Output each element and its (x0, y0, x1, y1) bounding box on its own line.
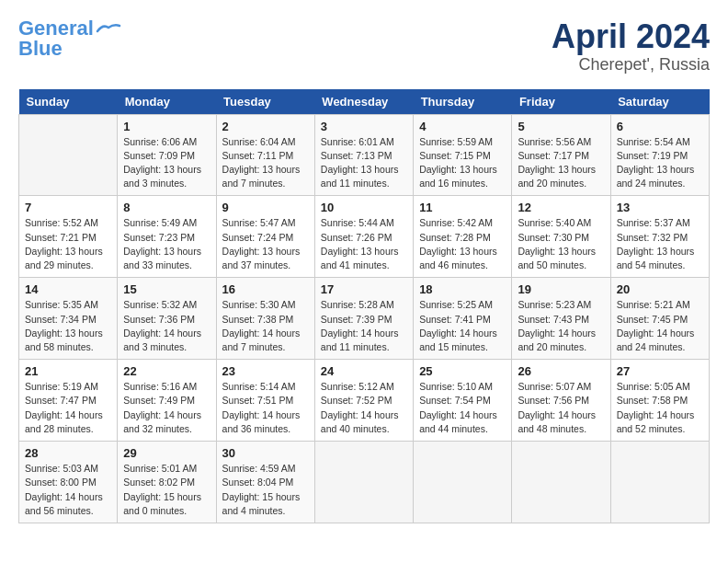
day-cell: 12Sunrise: 5:40 AM Sunset: 7:30 PM Dayli… (512, 196, 610, 278)
day-number: 23 (222, 364, 309, 378)
col-header-monday: Monday (118, 89, 216, 115)
day-number: 17 (321, 282, 407, 296)
day-number: 1 (123, 120, 210, 133)
day-number: 25 (419, 364, 506, 378)
day-cell: 22Sunrise: 5:16 AM Sunset: 7:49 PM Dayli… (118, 360, 216, 442)
day-number: 28 (25, 446, 111, 460)
day-number: 2 (222, 120, 309, 133)
week-row-3: 14Sunrise: 5:35 AM Sunset: 7:34 PM Dayli… (19, 278, 710, 360)
day-cell: 18Sunrise: 5:25 AM Sunset: 7:41 PM Dayli… (414, 278, 512, 360)
day-cell: 3Sunrise: 6:01 AM Sunset: 7:13 PM Daylig… (314, 114, 413, 196)
logo-line2: Blue (18, 37, 63, 60)
day-cell: 25Sunrise: 5:10 AM Sunset: 7:54 PM Dayli… (414, 360, 512, 442)
day-cell: 24Sunrise: 5:12 AM Sunset: 7:52 PM Dayli… (314, 360, 413, 442)
day-info: Sunrise: 4:59 AM Sunset: 8:04 PM Dayligh… (222, 462, 309, 518)
day-number: 12 (518, 201, 604, 214)
day-cell: 11Sunrise: 5:42 AM Sunset: 7:28 PM Dayli… (414, 196, 512, 278)
day-info: Sunrise: 5:47 AM Sunset: 7:24 PM Dayligh… (222, 216, 309, 272)
day-info: Sunrise: 5:49 AM Sunset: 7:23 PM Dayligh… (123, 216, 210, 272)
day-info: Sunrise: 5:40 AM Sunset: 7:30 PM Dayligh… (518, 216, 604, 272)
col-header-saturday: Saturday (610, 89, 709, 115)
day-info: Sunrise: 5:25 AM Sunset: 7:41 PM Dayligh… (419, 298, 506, 354)
day-cell: 13Sunrise: 5:37 AM Sunset: 7:32 PM Dayli… (610, 196, 709, 278)
col-header-tuesday: Tuesday (216, 89, 314, 115)
week-row-5: 28Sunrise: 5:03 AM Sunset: 8:00 PM Dayli… (19, 442, 710, 523)
col-header-wednesday: Wednesday (314, 89, 413, 115)
logo: General Blue (18, 18, 121, 59)
day-cell: 5Sunrise: 5:56 AM Sunset: 7:17 PM Daylig… (512, 114, 610, 196)
month-title: April 2024 (552, 18, 710, 55)
day-number: 8 (123, 201, 210, 214)
day-number: 3 (321, 120, 407, 133)
day-number: 10 (321, 201, 407, 214)
calendar-table: SundayMondayTuesdayWednesdayThursdayFrid… (18, 89, 710, 523)
day-number: 15 (123, 282, 210, 296)
day-number: 27 (617, 364, 703, 378)
day-info: Sunrise: 5:14 AM Sunset: 7:51 PM Dayligh… (222, 380, 309, 436)
week-row-4: 21Sunrise: 5:19 AM Sunset: 7:47 PM Dayli… (19, 360, 710, 442)
day-info: Sunrise: 5:12 AM Sunset: 7:52 PM Dayligh… (321, 380, 407, 436)
day-info: Sunrise: 5:59 AM Sunset: 7:15 PM Dayligh… (419, 135, 506, 191)
day-info: Sunrise: 5:23 AM Sunset: 7:43 PM Dayligh… (518, 298, 604, 354)
day-cell: 8Sunrise: 5:49 AM Sunset: 7:23 PM Daylig… (118, 196, 216, 278)
day-info: Sunrise: 5:56 AM Sunset: 7:17 PM Dayligh… (518, 135, 604, 191)
day-number: 5 (518, 120, 604, 133)
day-number: 11 (419, 201, 506, 214)
day-cell: 27Sunrise: 5:05 AM Sunset: 7:58 PM Dayli… (610, 360, 709, 442)
day-cell: 19Sunrise: 5:23 AM Sunset: 7:43 PM Dayli… (512, 278, 610, 360)
day-number: 30 (222, 446, 309, 460)
page-header: General Blue April 2024 Cherepet', Russi… (18, 18, 710, 75)
day-info: Sunrise: 5:16 AM Sunset: 7:49 PM Dayligh… (123, 380, 210, 436)
day-info: Sunrise: 6:04 AM Sunset: 7:11 PM Dayligh… (222, 135, 309, 191)
day-number: 22 (123, 364, 210, 378)
day-number: 26 (518, 364, 604, 378)
day-cell (414, 442, 512, 523)
day-cell (512, 442, 610, 523)
day-info: Sunrise: 5:01 AM Sunset: 8:02 PM Dayligh… (123, 462, 210, 518)
day-cell: 15Sunrise: 5:32 AM Sunset: 7:36 PM Dayli… (118, 278, 216, 360)
day-cell: 9Sunrise: 5:47 AM Sunset: 7:24 PM Daylig… (216, 196, 314, 278)
day-info: Sunrise: 5:21 AM Sunset: 7:45 PM Dayligh… (617, 298, 703, 354)
col-header-thursday: Thursday (414, 89, 512, 115)
day-number: 13 (617, 201, 703, 214)
day-number: 14 (25, 282, 111, 296)
day-cell: 14Sunrise: 5:35 AM Sunset: 7:34 PM Dayli… (19, 278, 118, 360)
logo-text: General Blue (18, 18, 94, 59)
day-cell: 20Sunrise: 5:21 AM Sunset: 7:45 PM Dayli… (610, 278, 709, 360)
day-number: 18 (419, 282, 506, 296)
day-info: Sunrise: 5:07 AM Sunset: 7:56 PM Dayligh… (518, 380, 604, 436)
week-row-1: 1Sunrise: 6:06 AM Sunset: 7:09 PM Daylig… (19, 114, 710, 196)
logo-bird-icon (96, 22, 121, 39)
day-info: Sunrise: 5:32 AM Sunset: 7:36 PM Dayligh… (123, 298, 210, 354)
day-cell (19, 114, 118, 196)
col-header-sunday: Sunday (19, 89, 118, 115)
day-info: Sunrise: 5:19 AM Sunset: 7:47 PM Dayligh… (25, 380, 111, 436)
day-info: Sunrise: 5:37 AM Sunset: 7:32 PM Dayligh… (617, 216, 703, 272)
col-header-friday: Friday (512, 89, 610, 115)
day-cell: 16Sunrise: 5:30 AM Sunset: 7:38 PM Dayli… (216, 278, 314, 360)
day-info: Sunrise: 5:35 AM Sunset: 7:34 PM Dayligh… (25, 298, 111, 354)
title-section: April 2024 Cherepet', Russia (552, 18, 710, 75)
day-cell (314, 442, 413, 523)
day-info: Sunrise: 6:01 AM Sunset: 7:13 PM Dayligh… (321, 135, 407, 191)
day-cell: 23Sunrise: 5:14 AM Sunset: 7:51 PM Dayli… (216, 360, 314, 442)
day-cell: 10Sunrise: 5:44 AM Sunset: 7:26 PM Dayli… (314, 196, 413, 278)
day-cell: 1Sunrise: 6:06 AM Sunset: 7:09 PM Daylig… (118, 114, 216, 196)
day-cell: 4Sunrise: 5:59 AM Sunset: 7:15 PM Daylig… (414, 114, 512, 196)
day-number: 7 (25, 201, 111, 214)
day-cell: 26Sunrise: 5:07 AM Sunset: 7:56 PM Dayli… (512, 360, 610, 442)
day-number: 9 (222, 201, 309, 214)
day-cell: 21Sunrise: 5:19 AM Sunset: 7:47 PM Dayli… (19, 360, 118, 442)
day-info: Sunrise: 5:44 AM Sunset: 7:26 PM Dayligh… (321, 216, 407, 272)
day-number: 21 (25, 364, 111, 378)
day-info: Sunrise: 6:06 AM Sunset: 7:09 PM Dayligh… (123, 135, 210, 191)
day-info: Sunrise: 5:52 AM Sunset: 7:21 PM Dayligh… (25, 216, 111, 272)
day-number: 29 (123, 446, 210, 460)
week-row-2: 7Sunrise: 5:52 AM Sunset: 7:21 PM Daylig… (19, 196, 710, 278)
day-number: 24 (321, 364, 407, 378)
day-number: 20 (617, 282, 703, 296)
day-cell: 6Sunrise: 5:54 AM Sunset: 7:19 PM Daylig… (610, 114, 709, 196)
location: Cherepet', Russia (552, 55, 710, 75)
day-number: 19 (518, 282, 604, 296)
day-info: Sunrise: 5:03 AM Sunset: 8:00 PM Dayligh… (25, 462, 111, 518)
